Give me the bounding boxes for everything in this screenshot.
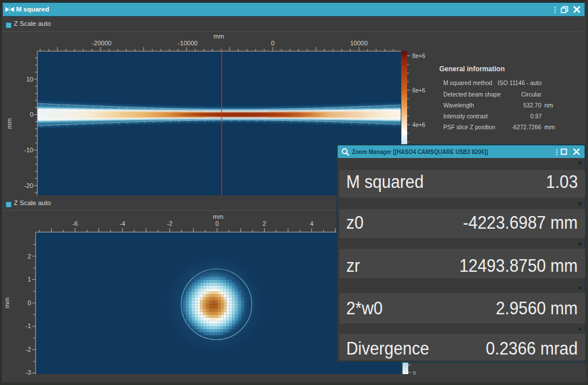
svg-text:10000: 10000 xyxy=(350,40,368,47)
svg-text:-3: -3 xyxy=(25,369,31,376)
svg-text:6e+6: 6e+6 xyxy=(412,87,425,94)
svg-text:0: 0 xyxy=(271,40,274,47)
svg-text:2: 2 xyxy=(28,253,31,260)
svg-text:-1: -1 xyxy=(25,322,31,329)
svg-text:10: 10 xyxy=(26,76,33,83)
svg-text:-20: -20 xyxy=(24,182,33,189)
svg-text:-4: -4 xyxy=(119,220,125,227)
svg-text:4: 4 xyxy=(310,220,314,227)
svg-text:-2: -2 xyxy=(25,346,31,353)
svg-text:0: 0 xyxy=(30,111,33,118)
svg-text:8e+6: 8e+6 xyxy=(412,53,425,59)
svg-text:4e+6: 4e+6 xyxy=(412,122,425,128)
svg-text:mm: mm xyxy=(6,118,13,129)
svg-text:mm: mm xyxy=(214,33,224,40)
svg-text:-10000: -10000 xyxy=(178,40,198,47)
svg-text:-20000: -20000 xyxy=(92,40,111,47)
svg-text:mm: mm xyxy=(213,213,223,220)
svg-text:1: 1 xyxy=(28,276,31,283)
svg-text:-6: -6 xyxy=(72,220,78,227)
svg-text:0: 0 xyxy=(215,220,219,227)
svg-text:mm: mm xyxy=(3,298,10,308)
svg-text:0: 0 xyxy=(413,370,416,376)
svg-text:-10: -10 xyxy=(24,147,33,153)
svg-text:-2: -2 xyxy=(167,220,173,227)
svg-text:2: 2 xyxy=(262,220,266,227)
svg-text:0: 0 xyxy=(28,299,31,306)
